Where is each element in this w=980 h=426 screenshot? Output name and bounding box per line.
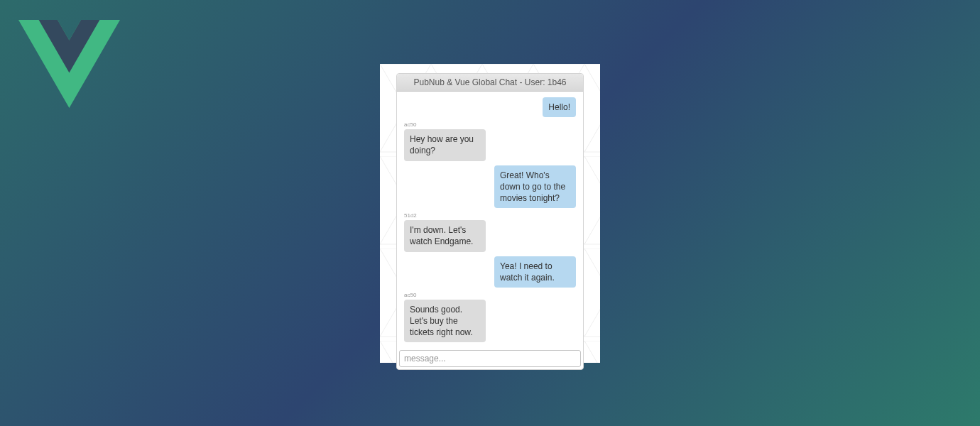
chat-window: PubNub & Vue Global Chat - User: 1b46 He… [396,73,584,370]
message-bubble-mine: Great! Who's down to go to the movies to… [494,165,576,209]
message-group: ac50 Sounds good. Let's buy the tickets … [404,292,576,343]
message-group: Hello! [404,97,576,117]
message-bubble-theirs: Sounds good. Let's buy the tickets right… [404,300,486,343]
message-group: ac50 Hey how are you doing? [404,121,576,160]
message-bubble-mine: Hello! [543,97,576,117]
sender-label: ac50 [404,121,416,128]
sender-label: 51d2 [404,212,417,219]
sender-label: ac50 [404,292,416,298]
message-bubble-mine: Yea! I need to watch it again. [494,256,576,288]
chat-title: PubNub & Vue Global Chat - User: 1b46 [413,77,566,87]
message-input[interactable] [399,350,581,367]
message-group: Great! Who's down to go to the movies to… [404,165,576,209]
chat-header: PubNub & Vue Global Chat - User: 1b46 [397,74,583,92]
message-group: Yea! I need to watch it again. [404,256,576,288]
message-group: 51d2 I'm down. Let's watch Endgame. [404,212,576,251]
vue-logo-icon [18,20,120,111]
message-list[interactable]: Hello! ac50 Hey how are you doing? Great… [397,92,583,348]
message-bubble-theirs: Hey how are you doing? [404,129,486,160]
message-bubble-theirs: I'm down. Let's watch Endgame. [404,220,486,251]
input-container [397,348,583,369]
